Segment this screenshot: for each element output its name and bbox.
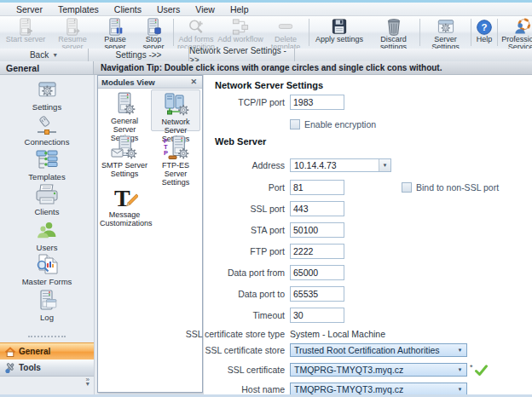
pause-server-icon [106,18,124,36]
menu-server[interactable]: Server [9,4,50,14]
ftp-port-label: FTP port [178,246,285,256]
add-forms-recognition-icon [187,18,205,36]
modules-view-titlebar[interactable]: Modules View ✕ [98,76,202,89]
port-input[interactable] [290,180,344,195]
enable-encryption-checkbox[interactable] [290,119,300,129]
master-forms-icon [0,253,94,276]
toolbar-separator [471,19,471,46]
tcp-ip-port-row: TCP/IP port [178,95,532,110]
module-message-customizations[interactable]: T Message Customizations [100,183,149,229]
resume-server-button: Resume server [49,16,95,49]
address-combobox[interactable]: 10.14.4.73 ▼ [290,158,391,172]
add-workflow-icon [231,18,250,36]
tools-icon [2,362,19,374]
certificate-valid-check-icon [475,365,488,376]
add-workflow-button: Add workflow [217,16,263,49]
toolbar-separator [173,19,174,46]
menu-users[interactable]: Users [149,4,188,14]
chevron-down-icon[interactable]: ▼ [379,159,390,171]
sidebar-item-settings[interactable]: Settings [0,78,94,112]
ssl-certificate-combobox[interactable]: TMQPRG-TMYQT3.myq.cz▼ [290,363,467,377]
toolbar-separator [497,19,498,46]
tcp-ip-port-input[interactable] [290,95,344,110]
sta-port-input[interactable] [290,222,344,238]
discard-settings-icon [385,18,403,36]
port-label: Port [178,182,285,193]
sidebar-item-log[interactable]: Log [0,289,94,322]
ssl-certificate-store-row: SSL certificate store Trusted Root Certi… [178,342,532,358]
help-button[interactable]: ? Help [472,16,496,49]
sidebar-item-master-forms[interactable]: Master Forms [0,253,94,286]
sidebar-tab-tools[interactable]: Tools [0,360,94,377]
apply-settings-button[interactable]: Apply settings [310,16,368,49]
message-customizations-icon: T [100,185,149,210]
ssl-port-row: SSL port [178,201,532,216]
menu-help[interactable]: Help [223,4,257,14]
start-server-icon [16,18,35,36]
sidebar-item-users[interactable]: Users [0,219,94,252]
menu-templates[interactable]: Templates [50,4,107,14]
navigation-tip: Navigation Tip: Double click icons with … [94,61,532,75]
breadcrumb-settings[interactable]: Settings ->> [89,49,189,61]
log-icon [0,289,94,312]
section-title-web-server: Web Server [215,136,266,147]
sidebar-splitter[interactable] [28,336,66,337]
chevron-down-icon: ▼ [52,52,58,58]
ssl-certificate-store-type-value: System - Local Machine [290,329,385,339]
ftp-port-input[interactable] [290,244,344,259]
ssl-certificate-row: SSL certificate TMQPRG-TMYQT3.myq.cz▼ * [178,362,532,377]
stop-server-icon [144,18,163,36]
close-icon[interactable]: ✕ [188,78,199,86]
menu-clients[interactable]: Clients [107,4,149,14]
ssl-port-input[interactable] [290,201,344,216]
sta-port-row: STA port [178,222,532,238]
professional-services-icon [513,18,532,36]
enable-encryption-row: Enable encryption [178,117,532,132]
menu-view[interactable]: View [188,4,223,14]
delete-template-icon [276,18,295,36]
ssl-certificate-store-type-label: SSL certificate store type [178,329,285,339]
settings-form: Network Server Settings TCP/IP port Enab… [203,75,532,394]
sidebar-collapse-chevron[interactable]: »▾ [86,378,90,386]
module-smtp-server-settings[interactable]: SMTP Server Settings [100,134,149,178]
add-forms-recognition-button: Add forms recognition [175,16,217,49]
delete-template-button: Delete template [263,16,308,49]
ssl-certificate-store-combobox[interactable]: Trusted Root Certification Authorities▼ [290,343,467,357]
templates-icon [0,148,94,171]
chevron-down-icon: ▼ [454,367,466,372]
settings-icon [0,78,94,101]
svg-text:P: P [164,149,168,157]
ssl-certificate-label: SSL certificate [178,365,285,375]
apply-settings-icon [330,18,349,36]
discard-settings-button[interactable]: Discard settings [368,16,419,49]
module-general-server-settings[interactable]: General Server Settings [100,89,149,131]
svg-text:?: ? [481,22,487,32]
sidebar-tab-general[interactable]: General [0,342,94,360]
data-port-from-row: Data port from [178,265,532,280]
ssl-port-label: SSL port [178,204,285,214]
sidebar-item-connections[interactable]: Connections [0,113,94,147]
svg-text:T: T [114,185,130,211]
pause-server-button[interactable]: Pause server [95,16,135,49]
bind-to-non-ssl-port-checkbox[interactable] [402,182,412,193]
server-settings-button[interactable]: Server Settings [421,16,470,49]
toolbar-separator [419,19,420,46]
ssl-certificate-store-label: SSL certificate store [178,345,285,355]
port-row: Port Bind to non-SSL port [178,180,532,195]
timeout-label: Timeout [178,310,285,320]
professional-services-button[interactable]: Professional Services [499,16,532,49]
timeout-row: Timeout [178,308,532,323]
sidebar-item-clients[interactable]: Clients [0,183,94,216]
back-button[interactable]: Back▼ [0,49,89,61]
data-port-from-input[interactable] [290,265,344,280]
data-port-to-input[interactable] [290,286,344,302]
stop-server-button[interactable]: Stop server [135,16,172,49]
required-asterisk: * [470,363,473,371]
tcp-ip-port-label: TCP/IP port [178,97,285,107]
breadcrumb-network-server-settings[interactable]: Network Server Settings ->> [189,49,295,61]
bind-to-non-ssl-port-label: Bind to non-SSL port [416,182,499,193]
sta-port-label: STA port [178,225,285,235]
ftp-port-row: FTP port [178,244,532,259]
timeout-input[interactable] [290,308,344,323]
sidebar-item-templates[interactable]: Templates [0,148,94,181]
